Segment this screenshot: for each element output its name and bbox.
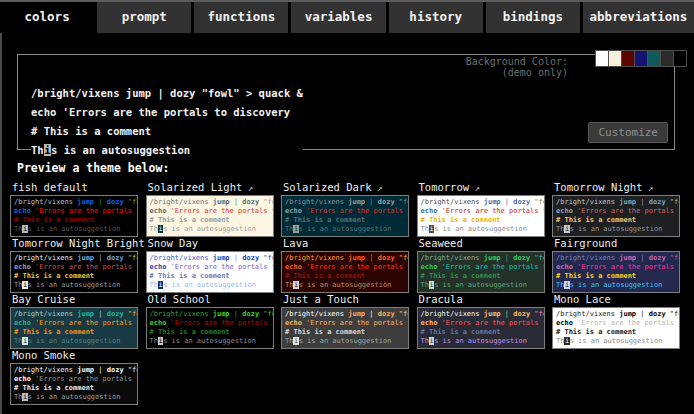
theme-card-fish-default[interactable]: fish default/bright/vixens jump | dozy "… [10, 181, 146, 237]
token-command: dozy [107, 254, 128, 262]
external-link-icon[interactable]: ↗ [242, 183, 253, 193]
token-end: | [640, 254, 648, 262]
terminal-line: echo 'Errors are the portals to discover… [421, 207, 544, 216]
terminal-line: /bright/vixens jump | dozy "fowl" > quac… [556, 254, 679, 263]
token-quote: "fowl" [399, 310, 409, 318]
theme-title[interactable]: Seaweed [417, 237, 553, 251]
token-error: 'Errors are the portals to discovery [35, 263, 138, 271]
theme-card-just-a-touch[interactable]: Just a Touch/bright/vixens jump | dozy "… [281, 293, 417, 349]
theme-demo-terminal[interactable]: /bright/vixens jump | dozy "fowl" > quac… [552, 251, 680, 293]
theme-card-old-school[interactable]: Old School/bright/vixens jump | dozy "fo… [146, 293, 282, 349]
theme-card-dracula[interactable]: Dracula/bright/vixens jump | dozy "fowl"… [417, 293, 553, 349]
theme-title[interactable]: Mono Smoke [10, 349, 146, 363]
token-command: jump [619, 254, 640, 262]
bg-swatch-black[interactable] [673, 50, 687, 67]
terminal-line: /bright/vixens jump | dozy "fowl" > quac… [421, 198, 544, 207]
customize-button[interactable]: Customize [588, 122, 668, 143]
token-normal: /bright/vixens [14, 366, 77, 374]
bg-swatch-charcoal[interactable] [660, 50, 674, 67]
tab-functions[interactable]: functions [194, 2, 288, 33]
external-link-icon[interactable]: ↗ [469, 183, 480, 193]
theme-card-lava[interactable]: Lava/bright/vixens jump | dozy "fowl" > … [281, 237, 417, 293]
theme-card-bay-cruise[interactable]: Bay Cruise/bright/vixens jump | dozy "fo… [10, 293, 146, 349]
theme-title[interactable]: Snow Day [146, 237, 282, 251]
theme-title[interactable]: Fairground [552, 237, 688, 251]
terminal-line: # This is a comment [14, 216, 137, 225]
token-command: dozy [649, 198, 670, 206]
theme-demo-terminal[interactable]: /bright/vixens jump | dozy "fowl" > quac… [146, 195, 274, 237]
theme-title[interactable]: Old School [146, 293, 282, 307]
theme-card-tomorrow[interactable]: Tomorrow ↗/bright/vixens jump | dozy "fo… [417, 181, 553, 237]
terminal-line: This is an autosuggestion [421, 337, 544, 346]
theme-demo-terminal[interactable]: /bright/vixens jump | dozy "fowl" > quac… [552, 307, 680, 349]
theme-demo-terminal[interactable]: /bright/vixens jump | dozy "fowl" > quac… [146, 307, 274, 349]
theme-title[interactable]: Just a Touch [281, 293, 417, 307]
bg-swatch-dark-red[interactable] [621, 50, 635, 67]
terminal-line: /bright/vixens jump | dozy "fowl" > quac… [285, 310, 408, 319]
theme-card-fairground[interactable]: Fairground/bright/vixens jump | dozy "fo… [552, 237, 688, 293]
terminal-line: /bright/vixens jump | dozy "fowl" > quac… [31, 84, 303, 103]
tab-prompt[interactable]: prompt [97, 2, 191, 33]
theme-title[interactable]: Lava [281, 237, 417, 251]
bg-swatch-navy[interactable] [634, 50, 648, 67]
theme-title[interactable]: Tomorrow Night ↗ [552, 181, 688, 195]
theme-demo-terminal[interactable]: /bright/vixens jump | dozy "fowl" > quac… [10, 251, 138, 293]
external-link-icon[interactable]: ↗ [643, 183, 654, 193]
theme-title[interactable]: Bay Cruise [10, 293, 146, 307]
theme-card-seaweed[interactable]: Seaweed/bright/vixens jump | dozy "fowl"… [417, 237, 553, 293]
bg-swatch-teal[interactable] [647, 50, 661, 67]
token-command: echo [14, 263, 35, 271]
theme-demo-terminal[interactable]: /bright/vixens jump | dozy "fowl" > quac… [10, 307, 138, 349]
theme-title[interactable]: Tomorrow ↗ [417, 181, 553, 195]
theme-demo-terminal[interactable]: /bright/vixens jump | dozy "fowl" > quac… [417, 195, 545, 237]
token-quote: "fowl" [263, 198, 273, 206]
theme-demo-terminal[interactable]: /bright/vixens jump | dozy "fowl" > quac… [10, 195, 138, 237]
theme-title[interactable]: Mono Lace [552, 293, 688, 307]
theme-demo-terminal[interactable]: /bright/vixens jump | dozy "fowl" > quac… [552, 195, 680, 237]
terminal-line: /bright/vixens jump | dozy "fowl" > quac… [285, 254, 408, 263]
token-command: dozy [513, 198, 534, 206]
theme-card-snow-day[interactable]: Snow Day/bright/vixens jump | dozy "fowl… [146, 237, 282, 293]
token-autosuggestion: Th [421, 337, 429, 345]
theme-demo-terminal[interactable]: /bright/vixens jump | dozy "fowl" > quac… [281, 251, 409, 293]
theme-card-tomorrow-night-bright[interactable]: Tomorrow Night Bright ↗/bright/vixens ju… [10, 237, 146, 293]
theme-demo-terminal[interactable]: /bright/vixens jump | dozy "fowl" > quac… [146, 251, 274, 293]
token-normal: /bright/vixens [14, 254, 77, 262]
tab-colors[interactable]: colors [0, 2, 94, 33]
tab-variables[interactable]: variables [291, 2, 385, 33]
terminal-line: # This is a comment [421, 216, 544, 225]
theme-demo-terminal[interactable]: /bright/vixens jump | dozy "fowl" > quac… [417, 307, 545, 349]
theme-title[interactable]: Tomorrow Night Bright ↗ [10, 237, 146, 251]
theme-demo-terminal[interactable]: /bright/vixens jump | dozy "fowl" > quac… [10, 363, 138, 405]
token-command: jump [77, 310, 98, 318]
token-quote: "fowl" [399, 198, 409, 206]
token-normal: /bright/vixens [285, 310, 348, 318]
theme-card-solarized-dark[interactable]: Solarized Dark ↗/bright/vixens jump | do… [281, 181, 417, 237]
theme-title[interactable]: Solarized Dark ↗ [281, 181, 417, 195]
bg-swatch-white[interactable] [595, 50, 609, 67]
token-error: 'Errors are the portals to discovery [306, 263, 409, 271]
theme-card-solarized-light[interactable]: Solarized Light ↗/bright/vixens jump | d… [146, 181, 282, 237]
token-comment: # This is a comment [14, 384, 94, 392]
token-command: dozy [242, 310, 263, 318]
theme-title[interactable]: Solarized Light ↗ [146, 181, 282, 195]
token-command: echo [556, 207, 577, 215]
theme-title[interactable]: fish default [10, 181, 146, 195]
token-normal: /bright/vixens [14, 198, 77, 206]
external-link-icon[interactable]: ↗ [372, 183, 383, 193]
theme-card-mono-smoke[interactable]: Mono Smoke/bright/vixens jump | dozy "fo… [10, 349, 146, 405]
theme-card-tomorrow-night[interactable]: Tomorrow Night ↗/bright/vixens jump | do… [552, 181, 688, 237]
terminal-line: This is an autosuggestion [285, 337, 408, 346]
theme-demo-terminal[interactable]: /bright/vixens jump | dozy "fowl" > quac… [281, 307, 409, 349]
theme-demo-terminal[interactable]: /bright/vixens jump | dozy "fowl" > quac… [417, 251, 545, 293]
theme-title[interactable]: Dracula [417, 293, 553, 307]
bg-swatch-cream[interactable] [608, 50, 622, 67]
token-comment: # This is a comment [31, 125, 151, 137]
tab-abbreviations[interactable]: abbreviations [583, 2, 694, 33]
tab-history[interactable]: history [389, 2, 483, 33]
tab-bindings[interactable]: bindings [486, 2, 580, 33]
theme-card-mono-lace[interactable]: Mono Lace/bright/vixens jump | dozy "fow… [552, 293, 688, 349]
theme-demo-terminal[interactable]: /bright/vixens jump | dozy "fowl" > quac… [281, 195, 409, 237]
token-autosuggestion: s is an autosuggestion [299, 337, 392, 345]
token-end: | [234, 198, 242, 206]
